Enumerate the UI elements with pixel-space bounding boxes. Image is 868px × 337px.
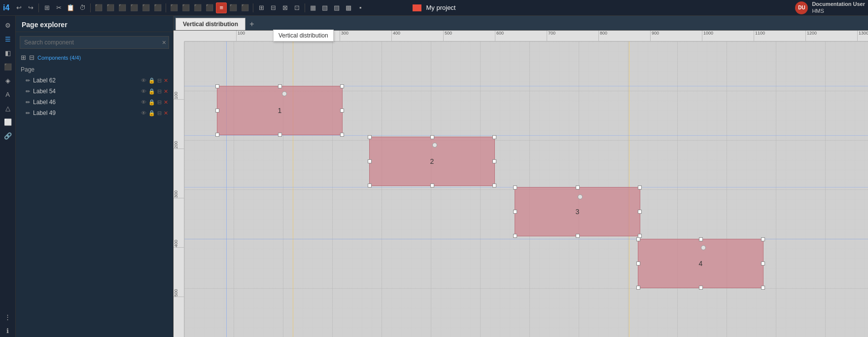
handle-tr-3[interactable] bbox=[638, 186, 642, 189]
toolbar-bar2[interactable]: ▧ bbox=[319, 2, 330, 13]
toolbar-dist-h2[interactable]: ⬛ bbox=[180, 2, 191, 13]
handle-mr-3[interactable] bbox=[638, 210, 642, 214]
toolbar-dist-v3[interactable]: ⬛ bbox=[240, 2, 250, 13]
component-item-49[interactable]: ✏ Label 49 👁 🔒 ⊟ ✕ bbox=[16, 108, 173, 118]
comp-lock-icon-62[interactable]: 🔒 bbox=[148, 77, 155, 84]
handle-bm-2[interactable] bbox=[430, 184, 434, 187]
handle-bm-4[interactable] bbox=[699, 286, 703, 290]
toolbar-bar3[interactable]: ▨ bbox=[331, 2, 342, 13]
component-item-54[interactable]: ✏ Label 54 👁 🔒 ⊟ ✕ bbox=[16, 86, 173, 97]
toolbar-dist-h4[interactable]: ⬛ bbox=[204, 2, 215, 13]
toolbar-dist-v2[interactable]: ⬛ bbox=[228, 2, 239, 13]
handle-mr-1[interactable] bbox=[340, 109, 344, 112]
comp-delete-icon-62[interactable]: ✕ bbox=[164, 77, 168, 84]
comp-lock-icon-49[interactable]: 🔒 bbox=[148, 110, 155, 116]
comp-visibility-icon-49[interactable]: 👁 bbox=[141, 110, 146, 116]
handle-tl-3[interactable] bbox=[513, 186, 517, 189]
toolbar-grid2[interactable]: ⊟ bbox=[268, 2, 278, 13]
handle-tm-1[interactable] bbox=[278, 84, 282, 88]
handle-tr-4[interactable] bbox=[761, 237, 765, 241]
handle-ml-2[interactable] bbox=[368, 159, 372, 163]
canvas-scroll[interactable]: 1 2 bbox=[184, 41, 868, 337]
comp-copy-icon-54[interactable]: ⊟ bbox=[157, 88, 162, 95]
handle-bl-2[interactable] bbox=[368, 184, 372, 187]
component-item-46[interactable]: ✏ Label 46 👁 🔒 ⊟ ✕ bbox=[16, 97, 173, 108]
handle-ml-3[interactable] bbox=[513, 210, 517, 214]
sidebar-pages-icon[interactable]: ☰ bbox=[1, 33, 14, 45]
handle-tl-2[interactable] bbox=[368, 135, 372, 139]
comp-delete-icon-46[interactable]: ✕ bbox=[164, 99, 168, 106]
sidebar-assets-icon[interactable]: ⬛ bbox=[1, 60, 14, 73]
toolbar-grid[interactable]: ⊞ bbox=[256, 2, 267, 13]
comp-copy-icon-46[interactable]: ⊟ bbox=[157, 99, 162, 106]
collapse-all-icon[interactable]: ⊟ bbox=[29, 54, 35, 61]
canvas-component-3[interactable]: 3 bbox=[515, 187, 640, 236]
toolbar-redo[interactable]: ↪ bbox=[25, 2, 36, 13]
comp-visibility-icon-54[interactable]: 👁 bbox=[141, 88, 146, 94]
comp-copy-icon-49[interactable]: ⊟ bbox=[157, 110, 162, 116]
toolbar-dist-h3[interactable]: ⬛ bbox=[192, 2, 203, 13]
comp-delete-icon-49[interactable]: ✕ bbox=[164, 110, 168, 116]
comp-lock-icon-46[interactable]: 🔒 bbox=[148, 99, 155, 106]
sidebar-settings-icon[interactable]: ⚙ bbox=[1, 19, 14, 32]
handle-tm-3[interactable] bbox=[576, 186, 580, 189]
search-input[interactable] bbox=[20, 36, 169, 49]
toolbar-history[interactable]: ⏱ bbox=[77, 2, 88, 13]
sidebar-link-icon[interactable]: 🔗 bbox=[1, 129, 14, 142]
toolbar-paste[interactable]: 📋 bbox=[65, 2, 76, 13]
handle-br-2[interactable] bbox=[492, 184, 496, 187]
ruler-h-tick-1300: 1300 bbox=[857, 31, 868, 41]
sidebar-components-icon[interactable]: ◈ bbox=[1, 74, 14, 87]
handle-tm-4[interactable] bbox=[699, 237, 703, 241]
toolbar-align-bot[interactable]: ⬛ bbox=[152, 2, 163, 13]
handle-tm-2[interactable] bbox=[430, 135, 434, 139]
comp-copy-icon-62[interactable]: ⊟ bbox=[157, 77, 162, 84]
toolbar-bar5[interactable]: ▪ bbox=[355, 2, 366, 13]
comp-delete-icon-54[interactable]: ✕ bbox=[164, 88, 168, 95]
search-clear-icon[interactable]: × bbox=[162, 38, 166, 46]
handle-br-4[interactable] bbox=[761, 286, 765, 290]
tab-add-button[interactable]: + bbox=[245, 18, 258, 30]
handle-bm-1[interactable] bbox=[278, 133, 282, 137]
handle-tr-2[interactable] bbox=[492, 135, 496, 139]
toolbar-cut[interactable]: ✂ bbox=[53, 2, 64, 13]
sidebar-text-icon[interactable]: A bbox=[1, 88, 14, 101]
handle-mr-2[interactable] bbox=[492, 159, 496, 163]
toolbar-grid4[interactable]: ⊡ bbox=[291, 2, 302, 13]
handle-bl-4[interactable] bbox=[636, 286, 640, 290]
handle-br-1[interactable] bbox=[340, 133, 344, 137]
handle-bm-3[interactable] bbox=[576, 234, 580, 238]
comp-lock-icon-54[interactable]: 🔒 bbox=[148, 88, 155, 95]
expand-all-icon[interactable]: ⊞ bbox=[21, 54, 26, 61]
handle-mr-4[interactable] bbox=[761, 262, 765, 265]
handle-ml-1[interactable] bbox=[215, 109, 219, 112]
comp-visibility-icon-46[interactable]: 👁 bbox=[141, 99, 146, 105]
handle-ml-4[interactable] bbox=[636, 262, 640, 265]
handle-bl-3[interactable] bbox=[513, 234, 517, 238]
toolbar-align-center-h[interactable]: ⬛ bbox=[105, 2, 116, 13]
handle-tr-1[interactable] bbox=[340, 84, 344, 88]
comp-visibility-icon-62[interactable]: 👁 bbox=[141, 77, 146, 83]
toolbar-align-top[interactable]: ⬛ bbox=[129, 2, 139, 13]
toolbar-bar-chart[interactable]: ▦ bbox=[308, 2, 318, 13]
sidebar-shapes-icon[interactable]: △ bbox=[1, 102, 14, 114]
toolbar-undo[interactable]: ↩ bbox=[13, 2, 24, 13]
toolbar-dist-h[interactable]: ⬛ bbox=[169, 2, 179, 13]
toolbar-align-left[interactable]: ⬛ bbox=[93, 2, 104, 13]
tab-vertical-distribution[interactable]: Vertical distribution bbox=[175, 18, 245, 30]
component-item-62[interactable]: ✏ Label 62 👁 🔒 ⊟ ✕ bbox=[16, 75, 173, 86]
toolbar-bar4[interactable]: ▩ bbox=[343, 2, 354, 13]
sidebar-image-icon[interactable]: ⬜ bbox=[1, 115, 14, 128]
handle-tl-4[interactable] bbox=[636, 237, 640, 241]
canvas-component-1[interactable]: 1 bbox=[217, 86, 343, 135]
toolbar-align-right[interactable]: ⬛ bbox=[117, 2, 128, 13]
handle-bl-1[interactable] bbox=[215, 133, 219, 137]
toolbar-copy[interactable]: ⊞ bbox=[41, 2, 52, 13]
sidebar-layers-icon[interactable]: ◧ bbox=[1, 46, 14, 59]
sidebar-more-icon[interactable]: ⋮ bbox=[1, 310, 14, 323]
sidebar-info-icon[interactable]: ℹ bbox=[1, 324, 14, 337]
toolbar-align-mid-v[interactable]: ⬛ bbox=[140, 2, 151, 13]
toolbar-dist-v[interactable]: ≡ bbox=[216, 2, 227, 13]
toolbar-grid3[interactable]: ⊠ bbox=[279, 2, 290, 13]
handle-tl-1[interactable] bbox=[215, 84, 219, 88]
